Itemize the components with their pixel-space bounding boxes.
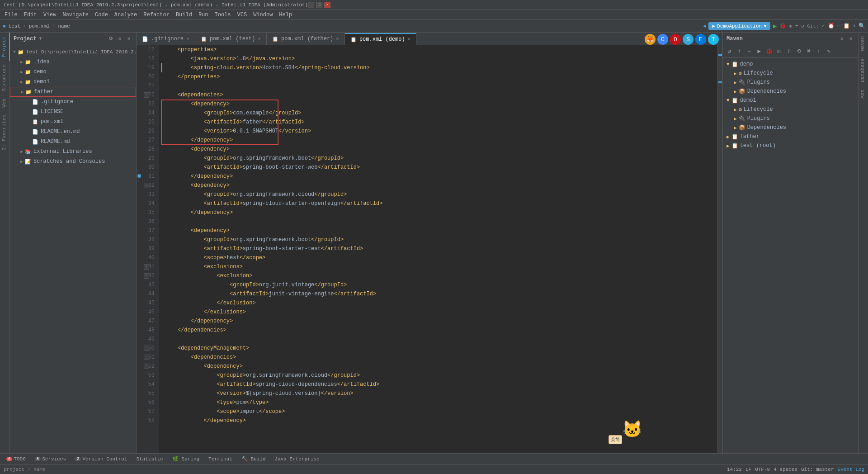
vtab-database[interactable]: Database <box>859 55 868 86</box>
maven-lifecycle-btn[interactable]: ⟲ <box>794 47 803 56</box>
git-undo-icon[interactable]: ↩ <box>837 23 840 29</box>
bottom-tab-services[interactable]: 8 Services <box>32 455 69 463</box>
maven-remove-btn[interactable]: − <box>745 47 754 56</box>
coverage-button[interactable]: ☂ <box>795 23 798 29</box>
menu-build[interactable]: Build <box>173 11 195 19</box>
bottom-tab-terminal[interactable]: Terminal <box>206 455 235 463</box>
firefox-icon[interactable]: 🦊 <box>645 34 656 45</box>
menu-window[interactable]: Window <box>250 11 275 19</box>
status-indent[interactable]: 4 spaces <box>774 467 797 472</box>
maven-close-icon[interactable]: × <box>847 35 854 43</box>
tree-father[interactable]: ▶ 📁 father <box>10 87 136 97</box>
menu-navigate[interactable]: Navigate <box>60 11 91 19</box>
maven-help-btn[interactable]: ✎ <box>824 47 833 56</box>
chrome-icon[interactable]: C <box>657 34 668 45</box>
maven-demo-plugins[interactable]: ▶ 🔌 Plugins <box>723 78 858 87</box>
maven-test-btn[interactable]: T <box>784 47 793 56</box>
maven-collapse-btn[interactable]: ∶ <box>814 47 823 56</box>
bottom-tab-vc[interactable]: 2 Version Control <box>72 455 130 463</box>
tree-demo1[interactable]: ▶ 📁 demo1 <box>10 77 136 87</box>
tab-gitignore[interactable]: 📄 .gitignore × <box>137 33 195 45</box>
tree-license[interactable]: ▶ 📄 LICENSE <box>10 107 136 117</box>
bottom-tab-java-enterprise[interactable]: Java Enterprise <box>272 455 322 463</box>
menu-code[interactable]: Code <box>92 11 111 19</box>
safari-icon[interactable]: S <box>683 34 693 45</box>
status-encoding[interactable]: UTF-8 <box>755 467 770 472</box>
menu-tools[interactable]: Tools <box>212 11 234 19</box>
bottom-tab-build[interactable]: 🔨 Build <box>239 455 269 463</box>
vtab-ant[interactable]: Ant <box>859 86 868 102</box>
maven-demo-deps[interactable]: ▶ 📦 Dependencies <box>723 87 858 96</box>
breadcrumb-project[interactable]: test <box>9 24 20 29</box>
fold-btn-42[interactable]: − <box>144 273 149 279</box>
opera-icon[interactable]: O <box>670 34 681 45</box>
profile-button[interactable]: ◈ <box>789 23 792 29</box>
maven-refresh-btn[interactable]: ↺ <box>725 47 734 56</box>
vtab-project[interactable]: Project <box>0 33 10 61</box>
tree-demo[interactable]: ▶ 📁 demo <box>10 67 136 77</box>
tree-readme[interactable]: ▶ 📄 README.md <box>10 137 136 147</box>
ie-icon[interactable]: I <box>708 34 719 45</box>
maven-source-btn[interactable]: ⌘ <box>804 47 813 56</box>
fold-btn-50[interactable]: − <box>144 346 149 351</box>
search-icon[interactable]: 🔍 <box>859 23 865 29</box>
maven-demo1-deps[interactable]: ▶ 📦 Dependencies <box>723 123 858 132</box>
vtab-favorites[interactable]: 2: Favorites <box>0 111 10 154</box>
run-config-dropdown[interactable]: ▶ DemoApplication ▼ <box>708 22 770 30</box>
tab-pom-test[interactable]: 📋 pom.xml (test) × <box>195 33 267 45</box>
maven-test-root[interactable]: ▶ 📋 test (root) <box>723 141 858 150</box>
menu-edit[interactable]: Edit <box>21 11 40 19</box>
tree-external-libs[interactable]: ▶ 📚 External Libraries <box>10 147 136 156</box>
fold-btn-51[interactable]: − <box>144 355 149 360</box>
maven-add-btn[interactable]: + <box>735 47 744 56</box>
sync-icon[interactable]: ⟳ <box>107 35 114 43</box>
tab-pom-demo-close[interactable]: × <box>408 37 411 42</box>
tab-pom-test-close[interactable]: × <box>258 36 261 42</box>
fold-btn-41[interactable]: − <box>144 264 149 270</box>
tab-gitignore-close[interactable]: × <box>186 36 189 42</box>
tree-idea[interactable]: ▶ 📁 .idea <box>10 57 136 67</box>
edge-icon[interactable]: E <box>695 34 706 45</box>
tree-gitignore[interactable]: ▶ 📄 .gitignore <box>10 97 136 107</box>
maven-run-btn[interactable]: ▶ <box>755 47 764 56</box>
vtab-web[interactable]: Web <box>0 95 10 111</box>
menu-file[interactable]: File <box>2 11 20 19</box>
fold-btn-22[interactable]: − <box>144 92 149 98</box>
menu-refactor[interactable]: Refactor <box>141 11 172 19</box>
run-button[interactable]: ▶ <box>773 22 777 30</box>
tree-root[interactable]: ▼ 📁 test D:\project\IntelliJ IDEA 2019.2… <box>10 47 136 57</box>
maven-skip-btn[interactable]: m <box>774 47 783 56</box>
minimize-button[interactable]: _ <box>308 2 314 8</box>
git-clock-icon[interactable]: ⏰ <box>828 23 835 29</box>
maven-debug-btn[interactable]: 🐞 <box>764 47 774 56</box>
menu-view[interactable]: View <box>41 11 59 19</box>
menu-analyze[interactable]: Analyze <box>112 11 140 19</box>
bottom-tab-statistic[interactable]: Statistic <box>133 455 165 463</box>
hide-icon[interactable]: × <box>125 35 132 43</box>
tree-scratches[interactable]: ▶ 📝 Scratches and Consoles <box>10 156 136 166</box>
bottom-tab-spring[interactable]: 🌿 Spring <box>170 455 202 463</box>
reload-button[interactable]: ↺ <box>801 23 804 29</box>
vtab-maven[interactable]: Maven <box>859 33 868 55</box>
breadcrumb-file[interactable]: pom.xml <box>29 24 50 29</box>
git-history-icon[interactable]: 📋 <box>843 23 850 29</box>
close-button[interactable]: × <box>324 2 330 8</box>
menu-help[interactable]: Help <box>276 11 295 19</box>
menu-vcs[interactable]: VCS <box>235 11 250 19</box>
tab-pom-father-close[interactable]: × <box>336 36 339 42</box>
code-content[interactable]: <properties> <java.version>1.8</java.ver… <box>159 45 717 453</box>
maven-demo-lifecycle[interactable]: ▶ ⚙ Lifecycle <box>723 69 858 78</box>
maven-demo1[interactable]: ▼ 📋 demo1 <box>723 96 858 105</box>
status-lf[interactable]: LF <box>745 467 751 472</box>
fold-btn-32[interactable]: − <box>144 183 149 188</box>
project-dropdown-icon[interactable]: ▼ <box>39 36 42 41</box>
breadcrumb-name[interactable]: name <box>58 24 70 29</box>
maven-settings-icon[interactable]: ⚙ <box>838 35 845 43</box>
tab-pom-demo[interactable]: 📋 pom.xml (demo) × <box>345 33 416 45</box>
tab-pom-father[interactable]: 📋 pom.xml (father) × <box>267 33 345 45</box>
maximize-button[interactable]: □ <box>316 2 322 8</box>
event-log-btn[interactable]: Event Log <box>838 467 864 472</box>
bottom-tab-todo[interactable]: 6 TODO <box>4 455 28 463</box>
maven-demo1-lifecycle[interactable]: ▶ ⚙ Lifecycle <box>723 105 858 114</box>
debug-button[interactable]: 🐞 <box>779 23 786 29</box>
